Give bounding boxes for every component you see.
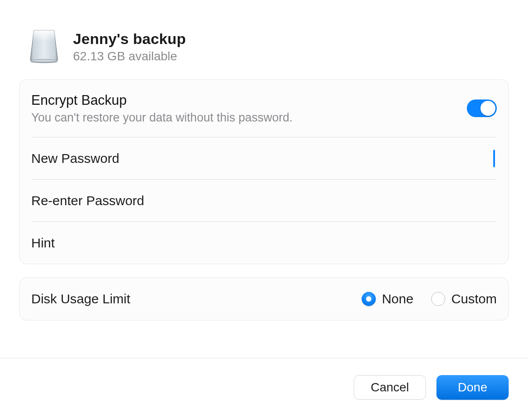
svg-point-1 (30, 59, 58, 62)
toggle-knob (480, 101, 495, 116)
new-password-label: New Password (31, 151, 119, 166)
hint-input[interactable] (382, 235, 497, 251)
disk-name: Jenny's backup (73, 30, 186, 48)
encrypt-title: Encrypt Backup (31, 92, 293, 108)
radio-dot-empty-icon (431, 292, 445, 306)
disk-available: 62.13 GB available (73, 49, 186, 63)
new-password-input[interactable] (379, 151, 493, 166)
encrypt-toggle-row: Encrypt Backup You can't restore your da… (31, 80, 497, 137)
disk-usage-label: Disk Usage Limit (31, 291, 130, 306)
disk-usage-custom-label: Custom (451, 291, 497, 306)
content-area: Jenny's backup 62.13 GB available Encryp… (0, 0, 528, 358)
radio-dot-selected-icon (362, 292, 376, 306)
reenter-password-row[interactable]: Re-enter Password (31, 179, 497, 221)
disk-usage-row: Disk Usage Limit None Custom (31, 278, 497, 320)
backup-settings-window: Jenny's backup 62.13 GB available Encryp… (0, 0, 528, 420)
text-caret (493, 150, 495, 167)
encrypt-panel: Encrypt Backup You can't restore your da… (19, 79, 509, 264)
new-password-row[interactable]: New Password (31, 137, 497, 179)
hint-label: Hint (31, 236, 55, 251)
disk-usage-none-label: None (382, 291, 414, 306)
cancel-button[interactable]: Cancel (354, 375, 426, 400)
disk-usage-none-radio[interactable]: None (362, 291, 414, 306)
done-button[interactable]: Done (436, 375, 509, 400)
external-disk-icon (26, 29, 62, 64)
reenter-password-label: Re-enter Password (31, 193, 144, 208)
disk-title-group: Jenny's backup 62.13 GB available (73, 30, 186, 63)
hint-row[interactable]: Hint (31, 221, 497, 264)
disk-usage-custom-radio[interactable]: Custom (431, 291, 497, 306)
encrypt-title-group: Encrypt Backup You can't restore your da… (31, 92, 293, 125)
footer: Cancel Done (0, 358, 528, 420)
encrypt-description: You can't restore your data without this… (31, 111, 293, 125)
disk-usage-radio-group: None Custom (362, 291, 497, 306)
reenter-password-input[interactable] (382, 193, 497, 209)
encrypt-toggle[interactable] (467, 99, 497, 117)
disk-header: Jenny's backup 62.13 GB available (19, 26, 509, 79)
disk-usage-panel: Disk Usage Limit None Custom (19, 277, 509, 321)
